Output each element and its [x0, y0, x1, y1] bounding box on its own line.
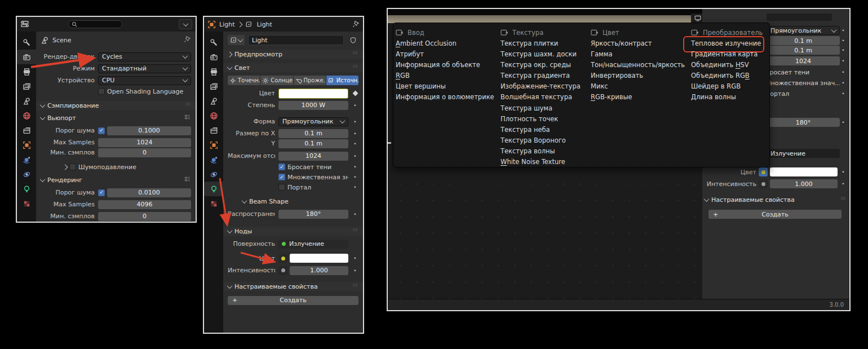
max-samples-field[interactable]: 4096 — [98, 200, 191, 209]
decorator-dot[interactable]: • — [352, 103, 358, 108]
create-button[interactable]: +Создать — [228, 296, 358, 305]
menu-item[interactable]: RGB — [396, 70, 496, 81]
menu-item[interactable]: Тон/насыщенность/яркость — [591, 60, 691, 70]
tab-texture[interactable] — [204, 196, 223, 211]
checkbox[interactable] — [278, 184, 285, 191]
tab-view-layer[interactable] — [17, 79, 36, 94]
menu-item[interactable]: Текстура градиента — [501, 70, 601, 81]
strength-field[interactable]: 1.000 — [770, 179, 838, 188]
min-samples-field[interactable]: 0 — [98, 212, 191, 221]
section-header[interactable]: Ноды — [223, 227, 363, 236]
color-swatch[interactable] — [770, 167, 838, 176]
menu-item[interactable]: Тепловое излучение — [691, 38, 791, 49]
node-color-swatch[interactable] — [290, 254, 348, 263]
color-swatch[interactable] — [278, 89, 348, 99]
shape-dropdown[interactable]: Прямоугольник — [278, 117, 348, 126]
menu-item[interactable]: Плотность точек — [501, 114, 601, 125]
menu-item[interactable]: Изображение-текстура — [501, 81, 601, 92]
tab-output[interactable] — [17, 64, 36, 79]
render-engine-dropdown[interactable]: Cycles — [98, 52, 191, 61]
decorator-dot[interactable]: • — [352, 268, 358, 273]
decorator-dot[interactable]: • — [840, 91, 847, 96]
light-datablock-icon-button[interactable] — [228, 35, 245, 45]
menu-item[interactable]: White Noise Texture — [501, 157, 601, 167]
section-header[interactable]: Настраиваемые свойства — [223, 282, 363, 291]
preset-icon[interactable] — [183, 114, 191, 122]
decorator-dot[interactable]: • — [840, 120, 847, 125]
section-header[interactable]: Вьюпорт — [41, 113, 191, 122]
decorator-dot[interactable]: • — [840, 80, 847, 86]
checkbox[interactable] — [69, 164, 76, 170]
tab-scene[interactable] — [204, 94, 223, 108]
light-type-point[interactable]: Точечн... — [228, 76, 260, 85]
section-header[interactable]: Рендеринг — [41, 175, 191, 184]
grip-handle[interactable] — [352, 228, 358, 235]
menu-item[interactable]: Гамма — [591, 49, 691, 60]
max-bounces-field[interactable]: 1024 — [278, 152, 348, 161]
light-type-spot[interactable]: Проже... — [294, 76, 326, 85]
checkbox[interactable]: ✓ — [98, 189, 105, 196]
menu-item[interactable]: Градиентная карта — [691, 49, 791, 60]
decorator-dot[interactable]: • — [352, 184, 358, 190]
menu-item[interactable]: Длина волны — [691, 92, 791, 103]
header-dropdown-button[interactable] — [179, 19, 192, 29]
tab-physics[interactable] — [17, 152, 36, 167]
grip-handle[interactable] — [352, 51, 358, 58]
spread-field[interactable]: 180° — [767, 118, 840, 127]
name-input[interactable]: Light — [248, 35, 344, 45]
strength-field[interactable]: 1.000 — [290, 266, 348, 275]
color-socket[interactable] — [278, 254, 287, 263]
pin-icon[interactable] — [184, 36, 191, 45]
tab-texture[interactable] — [17, 196, 36, 211]
tab-collection[interactable] — [204, 123, 223, 138]
decorator-dot[interactable]: • — [352, 174, 358, 180]
decorator-dot[interactable]: • — [840, 69, 847, 75]
spread-field[interactable]: 180° — [278, 210, 348, 219]
section-header[interactable]: Beam Shape — [228, 197, 358, 206]
menu-item[interactable]: Текстура волны — [501, 146, 601, 157]
size-y-field[interactable]: 0.1 m — [278, 139, 348, 148]
checkbox[interactable]: ✓ — [278, 174, 285, 180]
section-header[interactable]: Свет — [223, 63, 363, 72]
strength-socket[interactable] — [278, 266, 287, 275]
max-samples-field[interactable]: 1024 — [98, 138, 191, 147]
preset-icon[interactable] — [183, 176, 191, 184]
tab-output[interactable] — [204, 64, 223, 79]
menu-item[interactable]: Объединить RGB — [691, 70, 791, 81]
tab-physics[interactable] — [204, 152, 223, 167]
menu-item[interactable]: Текстура Вороного — [501, 135, 601, 146]
area-split-handle[interactable] — [387, 142, 391, 144]
checkbox[interactable]: ✓ — [278, 164, 285, 170]
min-samples-field[interactable]: 0 — [98, 148, 191, 157]
checkbox[interactable] — [98, 88, 105, 95]
tab-collection[interactable] — [17, 123, 36, 138]
grip-handle[interactable] — [184, 102, 191, 109]
menu-item[interactable]: Инвертировать — [591, 70, 691, 81]
checkbox[interactable]: ✓ — [98, 127, 105, 134]
decorator-dot[interactable]: • — [840, 47, 847, 53]
menu-item[interactable]: Текстура плитки — [501, 38, 601, 49]
device-dropdown[interactable]: CPU — [98, 76, 191, 85]
tab-object[interactable] — [204, 138, 223, 152]
decorator-dot[interactable]: • — [352, 164, 358, 170]
menu-item[interactable]: Информация об объекте — [396, 60, 496, 70]
tab-object-data[interactable] — [17, 182, 36, 196]
tab-scene[interactable] — [17, 94, 36, 108]
light-type-sun[interactable]: Солнце — [260, 76, 293, 85]
keyframe-diamond-icon[interactable] — [352, 91, 358, 96]
noise-threshold-field[interactable]: 0.1000 — [107, 126, 191, 135]
menu-item[interactable]: Цвет вершины — [396, 81, 496, 92]
tab-view-layer[interactable] — [204, 79, 223, 94]
tab-object-data[interactable] — [204, 182, 223, 196]
fake-user-shield-button[interactable] — [347, 37, 358, 44]
menu-item[interactable]: RGB-кривые — [591, 92, 691, 103]
light-type-area[interactable]: Источн... — [326, 76, 358, 85]
section-header[interactable]: Сэмплирование — [36, 101, 196, 110]
decorator-dot[interactable]: • — [352, 119, 358, 125]
grip-handle[interactable] — [840, 196, 847, 204]
decorator-dot[interactable]: • — [352, 255, 358, 261]
menu-item[interactable]: Волшебная текстура — [501, 92, 601, 103]
decorator-dot[interactable]: • — [840, 38, 847, 43]
menu-item[interactable]: Яркость/контраст — [591, 38, 691, 49]
menu-item[interactable]: Ambient Occlusion — [396, 38, 496, 49]
